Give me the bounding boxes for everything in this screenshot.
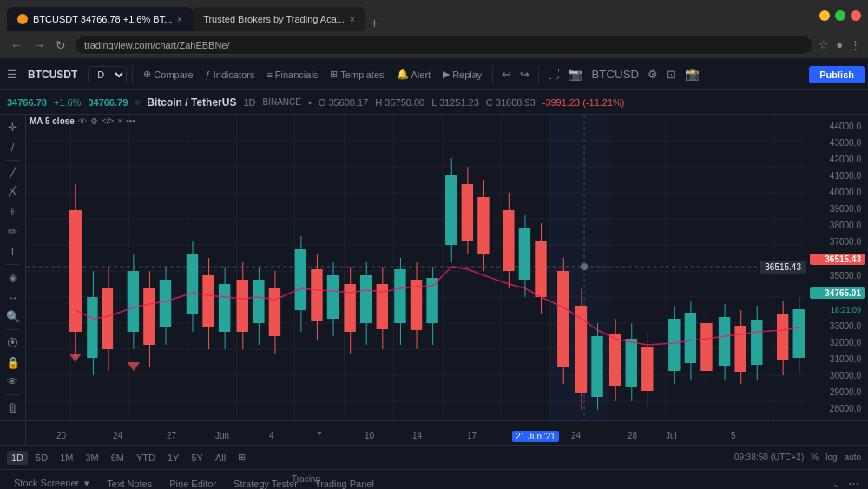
undo-button[interactable]: ↩ <box>498 64 515 84</box>
pine-editor-tab[interactable]: Pine Editor <box>162 476 223 490</box>
draw-tool[interactable]: / <box>3 138 23 156</box>
bookmark-icon[interactable]: ☆ <box>819 38 829 51</box>
publish-button[interactable]: Publish <box>809 66 865 83</box>
settings-button[interactable]: ⚙ <box>644 64 661 84</box>
price-42000: 42000.0 <box>810 155 865 164</box>
svg-rect-45 <box>202 275 214 327</box>
inactive-tab[interactable]: Trusted Brokers by Trading Aca... × <box>193 7 365 31</box>
maximize-button[interactable] <box>835 10 845 21</box>
browser-tabs: BTCUSDT 34766.78 +1.6% BT... × Trusted B… <box>7 0 384 31</box>
indicator-close[interactable]: × <box>117 116 122 126</box>
tab-close[interactable]: × <box>177 15 182 24</box>
indicators-label: Indicators <box>214 69 255 80</box>
financials-button[interactable]: ≡ Financials <box>261 67 323 83</box>
svg-rect-73 <box>445 175 457 245</box>
btcusd-button[interactable]: BTCUSD <box>588 64 642 84</box>
indicator-label: MA 5 close 👁 ⚙ </> × ••• <box>30 116 135 126</box>
compare-button[interactable]: ⊕ Compare <box>138 66 198 83</box>
magnet-tool[interactable]: ⦿ <box>3 334 23 352</box>
btcusd-label: BTCUSD <box>591 68 639 81</box>
fib-tool[interactable]: 〆 <box>3 183 23 202</box>
brand-label: BTCUSDT <box>23 69 82 81</box>
svg-rect-81 <box>519 228 530 280</box>
lt-sep4 <box>6 394 20 395</box>
stock-screener-tab[interactable]: Stock Screener ▾ <box>7 475 96 489</box>
svg-rect-43 <box>187 254 198 314</box>
tab2-close[interactable]: × <box>350 15 355 24</box>
reload-button[interactable]: ↻ <box>52 36 69 54</box>
eye-tool[interactable]: 👁 <box>3 373 23 392</box>
period-1d[interactable]: 1D <box>7 451 28 465</box>
menu-button[interactable]: ☰ <box>3 64 21 84</box>
svg-rect-85 <box>557 271 569 367</box>
fullscreen-button[interactable]: ⛶ <box>544 64 562 84</box>
active-tab[interactable]: BTCUSDT 34766.78 +1.6% BT... × <box>7 7 193 31</box>
price-value1: 34766.78 <box>7 97 47 108</box>
lock-tool[interactable]: 🔒 <box>3 354 23 372</box>
low-label: L 31251.23 <box>431 97 479 108</box>
indicator-more[interactable]: ••• <box>126 116 135 126</box>
top-toolbar: ☰ BTCUSDT DWM ⊕ Compare ƒ Indicators ≡ F… <box>0 59 868 90</box>
measure-tool[interactable]: ↔ <box>3 288 23 307</box>
screenshot-button[interactable]: 📷 <box>564 64 586 84</box>
indicator-visibility[interactable]: 👁 <box>78 116 87 126</box>
camera-button[interactable]: 📸 <box>681 64 703 84</box>
templates-button[interactable]: ⊞ Templates <box>325 66 389 83</box>
period-1m[interactable]: 1M <box>56 451 77 465</box>
address-bar[interactable]: tradingview.com/chart/ZahEBBNe/ <box>75 36 813 55</box>
cursor-tool[interactable]: ✛ <box>3 118 23 136</box>
timeframe-label: 1D <box>243 97 255 108</box>
percent-icon: % <box>811 453 819 462</box>
period-1y[interactable]: 1Y <box>163 451 183 465</box>
replay-button[interactable]: ▶ Replay <box>437 66 487 83</box>
svg-rect-97 <box>668 319 680 371</box>
pattern-tool[interactable]: ◈ <box>3 268 23 287</box>
more-icon[interactable]: ⋮ <box>850 38 861 51</box>
collapse-icon[interactable]: ⌄ <box>830 475 843 489</box>
price-36515: 36515.43 <box>810 254 865 265</box>
time-10: 10 <box>365 431 374 440</box>
timeframe-select[interactable]: DWM <box>88 66 127 83</box>
indicators-button[interactable]: ƒ Indicators <box>201 67 260 83</box>
separator2 <box>492 66 493 83</box>
log-toggle[interactable]: log <box>825 453 837 462</box>
zoom-tool[interactable]: 🔍 <box>3 307 23 326</box>
period-5d[interactable]: 5D <box>31 451 52 465</box>
delete-tool[interactable]: 🗑 <box>3 399 23 417</box>
period-ytd[interactable]: YTD <box>132 451 160 465</box>
price-38000: 38000.0 <box>810 221 865 230</box>
period-3m[interactable]: 3M <box>81 451 102 465</box>
more-options-icon[interactable]: ⋯ <box>846 475 861 489</box>
redo-button[interactable]: ↪ <box>516 64 533 84</box>
back-button[interactable]: ← <box>7 36 26 54</box>
trend-tool[interactable]: ╱ <box>3 163 23 182</box>
close-button[interactable] <box>851 10 861 21</box>
indicator-name: MA 5 close <box>30 116 75 126</box>
browser-controls <box>819 10 861 21</box>
channel-tool[interactable]: ⫳ <box>3 203 23 221</box>
period-all[interactable]: All <box>211 451 230 465</box>
exchange-label: BINANCE <box>262 97 300 107</box>
svg-rect-103 <box>719 317 730 366</box>
auto-toggle[interactable]: auto <box>845 453 861 462</box>
text-tool[interactable]: T <box>3 242 23 261</box>
stock-screener-dropdown[interactable]: ▾ <box>84 478 89 488</box>
brush-tool[interactable]: ✏ <box>3 223 23 241</box>
alert-button[interactable]: 🔔 Alert <box>391 66 437 83</box>
compare-label: Compare <box>154 69 193 80</box>
period-6m[interactable]: 6M <box>107 451 128 465</box>
period-icon[interactable]: ⊞ <box>233 450 250 465</box>
indicator-code[interactable]: </> <box>102 116 114 126</box>
svg-point-112 <box>581 263 588 270</box>
forward-button[interactable]: → <box>30 36 49 54</box>
period-5y[interactable]: 5Y <box>187 451 207 465</box>
text-notes-tab[interactable]: Text Notes <box>100 476 159 490</box>
bottom-bar: Stock Screener ▾ Text Notes Pine Editor … <box>0 469 868 489</box>
indicator-settings[interactable]: ⚙ <box>90 116 98 126</box>
layout-button[interactable]: ⊡ <box>663 64 680 84</box>
chart-area[interactable]: MA 5 close 👁 ⚙ </> × ••• <box>26 115 806 420</box>
minimize-button[interactable] <box>819 10 830 21</box>
new-tab-button[interactable]: + <box>365 16 384 31</box>
account-icon[interactable]: ● <box>836 38 843 51</box>
price-43000: 43000.0 <box>810 138 865 148</box>
